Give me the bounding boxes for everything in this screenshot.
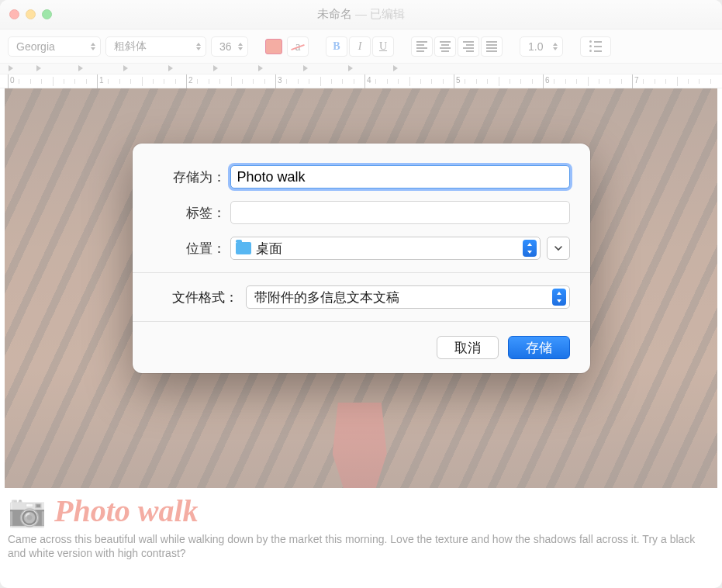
cancel-button[interactable]: 取消 [437, 336, 499, 359]
file-format-value: 带附件的多信息文本文稿 [251, 289, 399, 306]
dialog-divider [133, 272, 590, 273]
file-format-label: 文件格式： [153, 289, 246, 306]
dialog-divider-2 [133, 321, 590, 322]
file-format-stepper-icon [552, 289, 566, 306]
location-stepper-icon [523, 240, 537, 257]
save-as-input[interactable] [230, 165, 570, 189]
location-value: 桌面 [256, 240, 282, 258]
expand-save-dialog-button[interactable] [547, 237, 570, 260]
text-edit-window: 未命名 — 已编辑 Georgia 粗斜体 36 a B I U 1.0 [0, 0, 722, 588]
save-dialog: 存储为： 标签： 位置： 桌面 文件格式： 带附件的多信息文本文稿 [133, 144, 590, 373]
tags-input[interactable] [230, 201, 570, 224]
save-button[interactable]: 存储 [508, 336, 570, 359]
tags-label: 标签： [153, 204, 230, 222]
dialog-buttons: 取消 存储 [153, 336, 570, 359]
location-select[interactable]: 桌面 [230, 237, 541, 260]
location-label: 位置： [153, 240, 230, 258]
file-format-select[interactable]: 带附件的多信息文本文稿 [246, 285, 570, 309]
chevron-down-icon [554, 244, 563, 253]
save-as-label: 存储为： [153, 168, 230, 186]
folder-icon [236, 242, 251, 254]
